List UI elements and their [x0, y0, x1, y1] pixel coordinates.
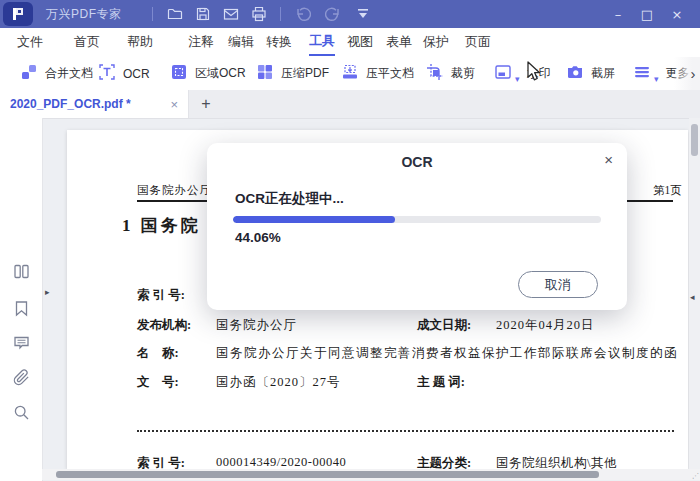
thumbnails-panel-icon[interactable] [11, 261, 31, 281]
field-label: 索 引 号: [137, 287, 185, 304]
resize-grip[interactable]: ⋰ [692, 472, 700, 480]
app-logo-icon [3, 2, 33, 26]
more-menu-icon [633, 63, 651, 85]
tab-close-icon[interactable]: × [170, 90, 178, 118]
undo-icon[interactable] [292, 4, 314, 24]
toolbar-merge-documents[interactable]: 合并文档 [20, 57, 93, 90]
field-label: 主题分类: [417, 455, 471, 469]
vertical-scrollbar-thumb[interactable] [691, 124, 698, 156]
dialog-close-icon[interactable]: × [604, 151, 613, 168]
menu-tools[interactable]: 工具 [309, 28, 335, 56]
field-value: 000014349/2020-00040 [216, 455, 346, 469]
field-value: 2020年04月20日 [496, 317, 595, 334]
menu-convert[interactable]: 转换 [266, 28, 292, 56]
screenshot-camera-icon [566, 63, 584, 85]
horizontal-scrollbar-thumb[interactable] [56, 471, 599, 478]
field-label: 成文日期: [417, 317, 471, 334]
toolbar-crop[interactable]: 裁剪 [426, 57, 475, 90]
titlebar-separator [152, 7, 153, 21]
right-panel-expand-icon[interactable]: ◂ [690, 292, 695, 302]
document-tab[interactable]: 2020_PDF_OCR.pdf * × [0, 90, 189, 118]
toolbar-label: OCR [123, 67, 150, 81]
field-value: 国务院办公厅 [216, 317, 297, 334]
field-value: 国务院组织机构\其他 [496, 455, 617, 469]
menu-home[interactable]: 首页 [74, 28, 100, 56]
print-icon[interactable] [248, 4, 270, 24]
toolbar-area-ocr[interactable]: 区域OCR [170, 57, 246, 90]
menu-protect[interactable]: 保护 [423, 28, 449, 56]
tabbar: 2020_PDF_OCR.pdf * × + [0, 90, 700, 119]
toolbar-label: 合并文档 [45, 65, 93, 82]
dialog-title: OCR [207, 154, 627, 170]
titlebar: 万兴PDF专家 – □ × [0, 0, 700, 28]
toolbar-flatten-document[interactable]: 压平文档 [341, 57, 414, 90]
toolbar-label: 截屏 [591, 65, 615, 82]
left-panel-expand-icon[interactable]: ▸ [45, 287, 50, 297]
toolbar: 合并文档 OCR 区域OCR 压缩PDF 压平文档 [0, 57, 700, 91]
tab-title: 2020_PDF_OCR.pdf * [10, 97, 131, 111]
ocr-status-text: OCR正在处理中... [235, 190, 344, 208]
toolbar-ocr[interactable]: OCR [98, 57, 150, 90]
merge-documents-icon [20, 63, 38, 85]
menu-edit[interactable]: 编辑 [228, 28, 254, 56]
field-value: 国办函〔2020〕27号 [216, 374, 341, 391]
app-title: 万兴PDF专家 [46, 0, 122, 28]
maximize-button[interactable]: □ [633, 0, 661, 28]
attachments-panel-icon[interactable] [11, 367, 31, 387]
document-heading: 1 国务院 [122, 214, 201, 237]
quick-tools-dropdown-icon[interactable] [352, 4, 374, 24]
redo-icon[interactable] [322, 4, 344, 24]
area-ocr-icon [170, 63, 188, 85]
app-window: 万兴PDF专家 – □ × 文件 首页 帮助 注释 [0, 0, 700, 481]
field-label: 文 号: [137, 374, 179, 391]
bookmarks-panel-icon[interactable] [11, 298, 31, 318]
toolbar-compress-pdf[interactable]: 压缩PDF [256, 57, 329, 90]
watermark-icon [494, 63, 512, 85]
toolbar-label: 压平文档 [366, 65, 414, 82]
minimize-button[interactable]: – [604, 0, 632, 28]
dotted-separator [137, 430, 674, 432]
field-label: 名 称: [137, 345, 179, 362]
toolbar-label: 区域OCR [195, 65, 246, 82]
field-label: 主 题 词: [417, 374, 465, 391]
page-header-right: 第1页 [653, 183, 682, 198]
toolbar-overflow-chevron-icon[interactable]: › [687, 57, 699, 90]
compress-pdf-icon [256, 63, 274, 85]
email-icon[interactable] [220, 4, 242, 24]
field-value: 国务院办公厅关于同意调整完善消费者权益保护工作部际联席会议制度的函 [216, 345, 678, 362]
menubar: 文件 首页 帮助 注释 编辑 转换 工具 视图 表单 保护 页面 [0, 28, 700, 58]
new-tab-button[interactable]: + [196, 90, 216, 118]
menu-file[interactable]: 文件 [17, 28, 43, 56]
progress-fill [233, 216, 395, 223]
flatten-document-icon [341, 63, 359, 85]
ocr-progress-dialog: OCR × OCR正在处理中... 44.06% 取消 [207, 143, 627, 310]
progress-percent: 44.06% [235, 230, 281, 245]
toolbar-label: 裁剪 [451, 65, 475, 82]
menu-help[interactable]: 帮助 [127, 28, 153, 56]
menu-comment[interactable]: 注释 [188, 28, 214, 56]
toolbar-screenshot[interactable]: 截屏 [566, 57, 615, 90]
search-panel-icon[interactable] [11, 402, 31, 422]
field-label: 索 引 号: [137, 455, 185, 469]
cancel-button[interactable]: 取消 [518, 271, 598, 298]
menu-view[interactable]: 视图 [347, 28, 373, 56]
toolbar-label: 压缩PDF [281, 65, 329, 82]
close-button[interactable]: × [663, 0, 691, 28]
mouse-cursor [524, 61, 544, 87]
chevron-down-icon[interactable]: ▾ [654, 74, 659, 84]
menu-form[interactable]: 表单 [386, 28, 412, 56]
menu-page[interactable]: 页面 [465, 28, 491, 56]
ocr-icon [98, 63, 116, 85]
chevron-down-icon[interactable]: ▾ [515, 74, 520, 84]
field-label: 发布机构: [137, 317, 191, 334]
left-sidebar [0, 118, 43, 481]
crop-icon [426, 63, 444, 85]
titlebar-separator [280, 7, 281, 21]
progress-bar [233, 216, 601, 223]
comments-panel-icon[interactable] [11, 332, 31, 352]
open-file-icon[interactable] [164, 4, 186, 24]
save-icon[interactable] [192, 4, 214, 24]
